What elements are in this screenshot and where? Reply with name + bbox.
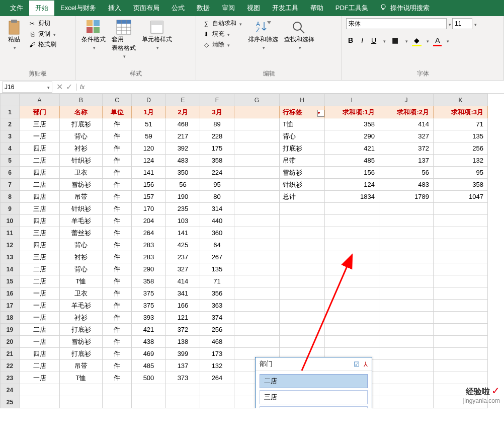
- cell-K17[interactable]: [434, 300, 488, 312]
- tab-home[interactable]: 开始: [29, 1, 54, 16]
- cell-B13[interactable]: 衬衫: [60, 251, 103, 263]
- cell-H20[interactable]: [280, 336, 325, 348]
- name-box[interactable]: J16: [2, 82, 52, 93]
- cell-J12[interactable]: [379, 239, 434, 251]
- cell-D25[interactable]: [132, 396, 166, 408]
- cell-C16[interactable]: 件: [103, 287, 132, 300]
- accept-formula-icon[interactable]: ✓: [66, 82, 72, 92]
- row-header-13[interactable]: 13: [1, 251, 20, 263]
- cell-E24[interactable]: [166, 384, 200, 396]
- cell-J21[interactable]: [379, 348, 434, 360]
- font-name-input[interactable]: [346, 18, 447, 29]
- tab-help[interactable]: 帮助: [304, 1, 329, 16]
- cell-D18[interactable]: 393: [132, 312, 166, 324]
- cell-E12[interactable]: 425: [166, 239, 200, 251]
- cell-D13[interactable]: 283: [132, 251, 166, 263]
- cell-H14[interactable]: [280, 263, 325, 275]
- cell-B17[interactable]: 羊毛衫: [60, 300, 103, 312]
- select-all-corner[interactable]: [1, 94, 20, 106]
- underline-button[interactable]: U: [369, 35, 378, 45]
- cell-B19[interactable]: 打底衫: [60, 324, 103, 336]
- cell-I10[interactable]: [325, 215, 379, 227]
- cell-J2[interactable]: 414: [379, 118, 434, 130]
- cell-J9[interactable]: [379, 203, 434, 215]
- cell-C9[interactable]: 件: [103, 203, 132, 215]
- slicer-panel[interactable]: 部门 ☑ ⅄ 二店三店四店一店: [255, 357, 372, 408]
- cell-K20[interactable]: [434, 336, 488, 348]
- cell-G10[interactable]: [234, 215, 280, 227]
- cell-K14[interactable]: [434, 263, 488, 275]
- cell-F9[interactable]: 314: [200, 203, 234, 215]
- cell-H7[interactable]: 针织衫: [280, 179, 325, 191]
- cell-H10[interactable]: [280, 215, 325, 227]
- cell-F4[interactable]: 175: [200, 142, 234, 155]
- tab-formula[interactable]: 公式: [165, 1, 191, 16]
- cell-K10[interactable]: [434, 215, 488, 227]
- cell-H5[interactable]: 吊带: [280, 155, 325, 167]
- tab-review[interactable]: 审阅: [216, 1, 241, 16]
- cell-F21[interactable]: 173: [200, 348, 234, 360]
- cell-D19[interactable]: 421: [132, 324, 166, 336]
- border-dropdown[interactable]: [404, 36, 408, 45]
- row-header-20[interactable]: 20: [1, 336, 20, 348]
- cell-F1[interactable]: 3月: [200, 106, 234, 118]
- border-button[interactable]: ▦: [390, 35, 400, 45]
- cell-A14[interactable]: 二店: [20, 263, 60, 275]
- cell-D6[interactable]: 141: [132, 167, 166, 179]
- cell-J13[interactable]: [379, 251, 434, 263]
- cell-G12[interactable]: [234, 239, 280, 251]
- cell-F22[interactable]: 132: [200, 360, 234, 372]
- cell-J10[interactable]: [379, 215, 434, 227]
- cell-G9[interactable]: [234, 203, 280, 215]
- cell-G5[interactable]: [234, 155, 280, 167]
- row-header-9[interactable]: 9: [1, 203, 20, 215]
- cell-F13[interactable]: 267: [200, 251, 234, 263]
- cell-A15[interactable]: 二店: [20, 275, 60, 287]
- row-header-24[interactable]: 24: [1, 384, 20, 396]
- cell-C10[interactable]: 件: [103, 215, 132, 227]
- font-size-input[interactable]: [452, 18, 472, 29]
- cell-I5[interactable]: 485: [325, 155, 379, 167]
- cell-F19[interactable]: 256: [200, 324, 234, 336]
- cell-G8[interactable]: [234, 191, 280, 203]
- cell-F17[interactable]: 363: [200, 300, 234, 312]
- row-header-10[interactable]: 10: [1, 215, 20, 227]
- cell-D10[interactable]: 204: [132, 215, 166, 227]
- cell-F12[interactable]: 64: [200, 239, 234, 251]
- cell-B14[interactable]: 背心: [60, 263, 103, 275]
- cell-B10[interactable]: 羊毛衫: [60, 215, 103, 227]
- clear-filter-icon[interactable]: ⅄: [364, 360, 368, 368]
- cell-G2[interactable]: [234, 118, 280, 130]
- cell-I4[interactable]: 421: [325, 142, 379, 155]
- cell-K22[interactable]: [434, 360, 488, 372]
- cell-K9[interactable]: [434, 203, 488, 215]
- tab-insert[interactable]: 插入: [102, 1, 127, 16]
- cell-I20[interactable]: [325, 336, 379, 348]
- cell-F20[interactable]: 468: [200, 336, 234, 348]
- cell-A23[interactable]: 一店: [20, 372, 60, 384]
- cell-B25[interactable]: [60, 396, 103, 408]
- row-header-5[interactable]: 5: [1, 155, 20, 167]
- cell-I15[interactable]: [325, 275, 379, 287]
- cell-G13[interactable]: [234, 251, 280, 263]
- col-header-D[interactable]: D: [132, 94, 166, 106]
- cell-G3[interactable]: [234, 130, 280, 142]
- cell-E16[interactable]: 341: [166, 287, 200, 300]
- cell-I13[interactable]: [325, 251, 379, 263]
- cell-J18[interactable]: [379, 312, 434, 324]
- row-header-17[interactable]: 17: [1, 300, 20, 312]
- cell-H19[interactable]: [280, 324, 325, 336]
- cell-C8[interactable]: 件: [103, 191, 132, 203]
- tab-view[interactable]: 视图: [241, 1, 266, 16]
- cancel-formula-icon[interactable]: ✕: [56, 82, 63, 92]
- cell-E5[interactable]: 483: [166, 155, 200, 167]
- cell-G14[interactable]: [234, 263, 280, 275]
- autosum-button[interactable]: ∑自动求和: [200, 18, 244, 29]
- cell-I19[interactable]: [325, 324, 379, 336]
- cell-A20[interactable]: 一店: [20, 336, 60, 348]
- row-header-16[interactable]: 16: [1, 287, 20, 300]
- cell-B3[interactable]: 背心: [60, 130, 103, 142]
- row-header-3[interactable]: 3: [1, 130, 20, 142]
- cell-C22[interactable]: 件: [103, 360, 132, 372]
- cell-C2[interactable]: 件: [103, 118, 132, 130]
